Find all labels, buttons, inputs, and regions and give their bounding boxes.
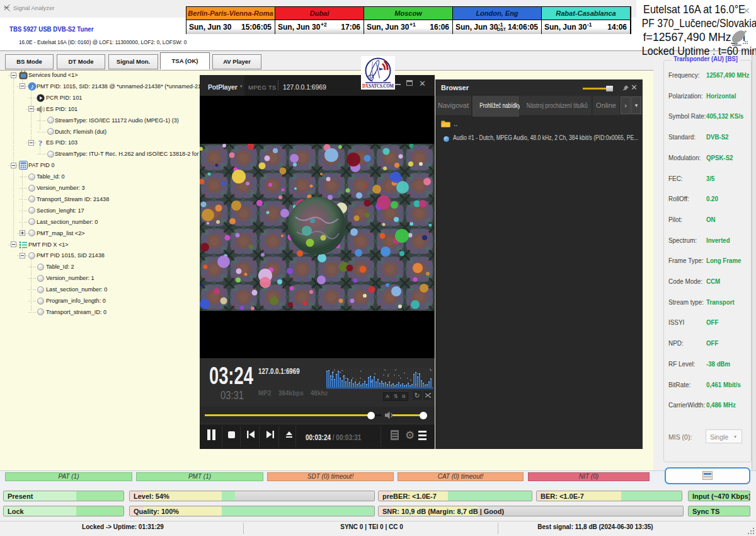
svg-text:?: ? (38, 138, 43, 147)
svg-text:♪: ♪ (30, 82, 34, 91)
svg-text:DXSATCS.COM: DXSATCS.COM (362, 83, 394, 89)
